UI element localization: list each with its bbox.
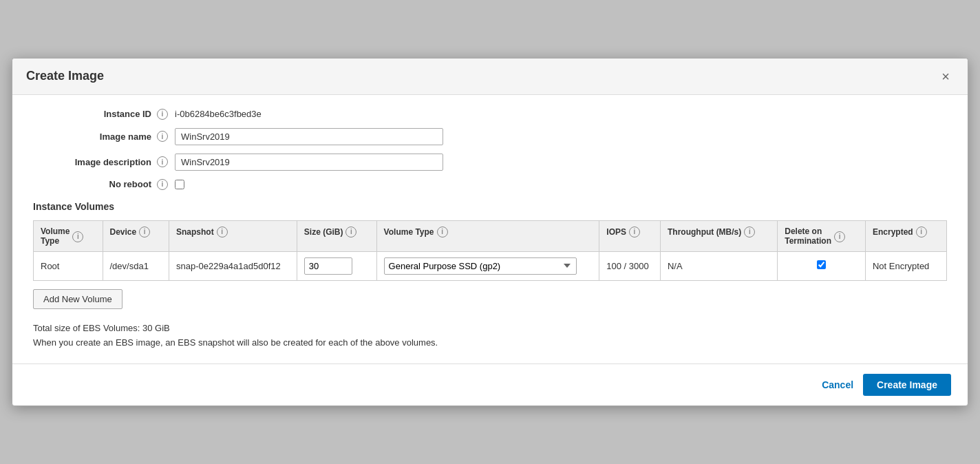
th-vol-type-col-label: Volume Type <box>384 227 434 237</box>
instance-id-row: Instance ID i i-0b6284be6c3fbed3e <box>33 109 947 120</box>
th-throughput-info-icon: i <box>744 226 755 238</box>
th-delete-on-term-info-icon: i <box>834 231 845 242</box>
th-delete-on-term-label: Delete onTermination <box>785 226 831 246</box>
th-snapshot-info-icon: i <box>217 226 228 238</box>
instance-id-info-icon: i <box>157 109 168 120</box>
image-name-label: Image name <box>33 131 157 142</box>
th-snapshot: Snapshot i <box>169 220 297 251</box>
image-description-row: Image description i <box>33 154 947 171</box>
form-section: Instance ID i i-0b6284be6c3fbed3e Image … <box>33 109 947 190</box>
vol-type-select[interactable]: General Purpose SSD (gp2) General Purpos… <box>384 257 577 275</box>
th-delete-on-term: Delete onTermination i <box>778 220 866 251</box>
table-row: Root /dev/sda1 snap-0e229a4a1ad5d0f12 Ge… <box>34 251 947 280</box>
th-throughput-label: Throughput (MB/s) <box>668 227 741 237</box>
dialog-footer: Cancel Create Image <box>12 363 968 405</box>
no-reboot-label: No reboot <box>33 179 157 189</box>
cancel-button[interactable]: Cancel <box>822 379 853 390</box>
image-description-input[interactable] <box>175 154 443 171</box>
th-vol-type-col: Volume Type i <box>376 220 599 251</box>
image-name-row: Image name i <box>33 128 947 145</box>
create-image-button[interactable]: Create Image <box>863 374 951 396</box>
th-encrypted-info-icon: i <box>916 226 927 238</box>
image-name-input[interactable] <box>175 128 443 145</box>
cell-encrypted: Not Encrypted <box>865 251 946 280</box>
close-button[interactable]: × <box>937 68 954 85</box>
th-device: Device i <box>103 220 169 251</box>
th-vol-type-col-info-icon: i <box>437 226 448 238</box>
cell-delete-on-term <box>778 251 866 280</box>
no-reboot-row: No reboot i <box>33 179 947 190</box>
create-image-dialog: Create Image × Instance ID i i-0b6284be6… <box>12 58 968 407</box>
th-size-info-icon: i <box>345 226 356 238</box>
th-size: Size (GiB) i <box>297 220 376 251</box>
th-snapshot-label: Snapshot <box>176 227 214 237</box>
image-name-info-icon: i <box>157 131 168 142</box>
cell-size <box>297 251 376 280</box>
dialog-header: Create Image × <box>12 59 968 95</box>
cell-vol-type: Root <box>34 251 103 280</box>
th-encrypted-label: Encrypted <box>873 227 913 237</box>
th-iops: IOPS i <box>599 220 661 251</box>
th-device-label: Device <box>110 227 137 237</box>
th-vol-type-label: VolumeType <box>41 226 70 246</box>
instance-id-label: Instance ID <box>33 109 157 119</box>
image-description-info-icon: i <box>157 156 168 167</box>
size-input[interactable] <box>304 257 352 275</box>
cell-iops: 100 / 3000 <box>599 251 661 280</box>
th-volume-type: VolumeType i <box>34 220 103 251</box>
th-device-info-icon: i <box>139 226 150 238</box>
th-size-label: Size (GiB) <box>304 227 343 237</box>
dialog-body: Instance ID i i-0b6284be6c3fbed3e Image … <box>12 95 968 364</box>
no-reboot-info-icon: i <box>157 179 168 190</box>
volumes-section-title: Instance Volumes <box>33 201 947 212</box>
no-reboot-checkbox[interactable] <box>175 180 184 189</box>
delete-on-term-checkbox[interactable] <box>817 260 826 269</box>
th-iops-label: IOPS <box>606 227 626 237</box>
cell-snapshot: snap-0e229a4a1ad5d0f12 <box>169 251 297 280</box>
info-text-line2: When you create an EBS image, an EBS sna… <box>33 336 947 350</box>
image-description-label: Image description <box>33 157 157 167</box>
cell-device: /dev/sda1 <box>103 251 169 280</box>
info-text-line1: Total size of EBS Volumes: 30 GiB <box>33 321 947 336</box>
th-vol-type-info-icon: i <box>72 231 83 242</box>
cell-throughput: N/A <box>660 251 777 280</box>
volumes-table: VolumeType i Device i Snapshot <box>33 220 947 281</box>
table-header-row: VolumeType i Device i Snapshot <box>34 220 947 251</box>
dialog-title: Create Image <box>26 69 104 83</box>
info-text-block: Total size of EBS Volumes: 30 GiB When y… <box>33 321 947 350</box>
add-volume-button[interactable]: Add New Volume <box>33 289 122 309</box>
th-encrypted: Encrypted i <box>865 220 946 251</box>
cell-vol-type-col: General Purpose SSD (gp2) General Purpos… <box>376 251 599 280</box>
th-iops-info-icon: i <box>629 226 640 238</box>
th-throughput: Throughput (MB/s) i <box>660 220 777 251</box>
instance-id-value: i-0b6284be6c3fbed3e <box>175 109 262 119</box>
